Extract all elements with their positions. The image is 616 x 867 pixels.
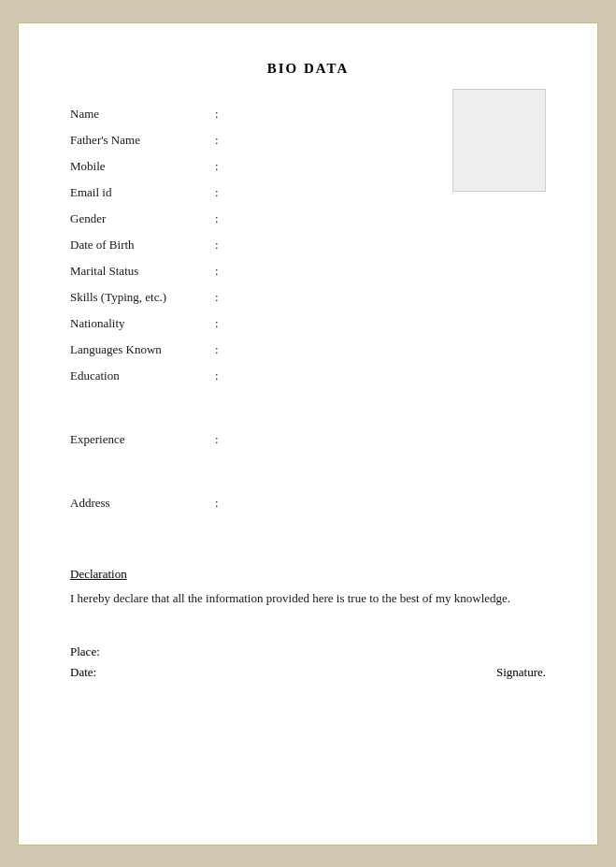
field-label: Nationality: [70, 314, 215, 331]
field-colon: :: [215, 210, 234, 226]
experience-colon: :: [215, 430, 234, 447]
field-value: [234, 236, 546, 238]
field-value: [234, 340, 546, 342]
date-label: Date:: [70, 665, 96, 680]
field-label: Date of Birth: [70, 236, 215, 253]
field-colon: :: [215, 367, 234, 383]
field-row: Marital Status:: [70, 262, 546, 284]
field-colon: :: [215, 288, 234, 305]
field-value: [234, 210, 546, 211]
address-row: Address :: [70, 494, 546, 516]
gap-after-experience: [70, 456, 546, 494]
field-label: Education: [70, 367, 215, 383]
address-colon: :: [215, 494, 234, 511]
field-label: Marital Status: [70, 262, 215, 279]
experience-label: Experience: [70, 430, 215, 447]
field-colon: :: [215, 314, 234, 331]
declaration-section: Declaration I hereby declare that all th…: [70, 567, 546, 608]
field-label: Skills (Typing, etc.): [70, 288, 215, 305]
field-row: Languages Known:: [70, 340, 546, 363]
field-label: Name: [70, 105, 215, 122]
experience-row: Experience :: [70, 430, 546, 453]
field-colon: :: [215, 340, 234, 357]
field-label: Father's Name: [70, 131, 215, 148]
field-colon: :: [215, 157, 234, 174]
page-title: BIO DATA: [70, 61, 546, 77]
place-label: Place:: [70, 644, 100, 658]
gap-after-address: [70, 520, 546, 557]
field-colon: :: [215, 131, 234, 148]
sign-section: Place: Date: Signature.: [70, 644, 546, 680]
field-colon: :: [215, 105, 234, 122]
date-signature-row: Date: Signature.: [70, 665, 546, 680]
field-colon: :: [215, 183, 234, 200]
experience-value: [234, 430, 546, 432]
address-value: [234, 494, 546, 496]
field-value: [234, 288, 546, 290]
declaration-text: I hereby declare that all the informatio…: [70, 589, 546, 608]
field-value: [234, 314, 546, 316]
bio-data-page: BIO DATA Name:Father's Name:Mobile:Email…: [18, 22, 598, 845]
declaration-title: Declaration: [70, 567, 546, 582]
place-row: Place:: [70, 644, 546, 659]
field-label: Mobile: [70, 157, 215, 174]
field-colon: :: [215, 262, 234, 279]
field-value: [234, 367, 546, 368]
field-colon: :: [215, 236, 234, 253]
field-label: Languages Known: [70, 340, 215, 357]
field-row: Education:: [70, 367, 546, 389]
gap-after-personal: [70, 393, 546, 430]
field-row: Date of Birth:: [70, 236, 546, 258]
field-label: Gender: [70, 210, 215, 226]
field-value: [234, 262, 546, 264]
field-row: Nationality:: [70, 314, 546, 337]
field-row: Gender:: [70, 210, 546, 232]
photo-placeholder: [452, 89, 546, 192]
address-label: Address: [70, 494, 215, 511]
signature-label: Signature.: [496, 665, 546, 680]
field-row: Skills (Typing, etc.):: [70, 288, 546, 311]
field-label: Email id: [70, 183, 215, 200]
